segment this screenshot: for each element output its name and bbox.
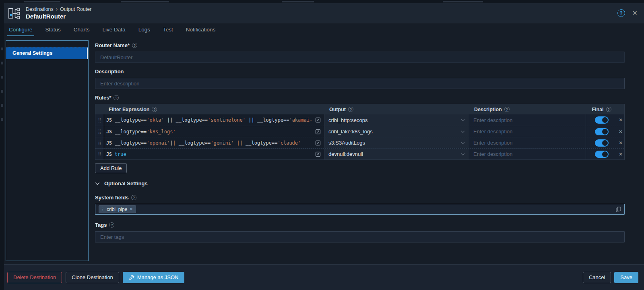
- router-name-input[interactable]: [95, 52, 625, 63]
- expand-expression-icon[interactable]: [315, 117, 321, 123]
- add-rule-button[interactable]: Add Rule: [95, 163, 127, 173]
- rule-row: ⣿JS__logtype=='k8s_logs'cribl_lake:k8s_l…: [95, 126, 624, 137]
- tab-test[interactable]: Test: [161, 23, 175, 36]
- description-help-icon[interactable]: ?: [504, 107, 510, 112]
- output-select[interactable]: cribl_lake:k8s_logs: [324, 126, 469, 137]
- remove-rule-icon[interactable]: ✕: [617, 149, 624, 160]
- final-toggle[interactable]: [595, 151, 609, 158]
- tab-charts[interactable]: Charts: [72, 23, 91, 36]
- help-icon[interactable]: ?: [617, 9, 625, 17]
- filter-expression-cell[interactable]: JStrue: [104, 149, 324, 160]
- delete-destination-button[interactable]: Delete Destination: [7, 272, 62, 283]
- tab-configure[interactable]: Configure: [7, 23, 34, 36]
- tags-input[interactable]: [95, 231, 625, 242]
- chevron-down-icon: [461, 142, 465, 144]
- copy-icon[interactable]: [616, 207, 621, 212]
- expand-expression-icon[interactable]: [315, 140, 321, 146]
- rule-description-cell: [469, 149, 586, 160]
- filter-expression-cell[interactable]: JS__logtype=='okta' || __logtype=='senti…: [104, 114, 324, 126]
- js-badge: JS: [104, 129, 115, 135]
- header-actions: ? ✕: [617, 9, 638, 17]
- row-drag-handle-icon[interactable]: ⣿: [95, 126, 104, 137]
- rule-description-cell: [469, 126, 586, 137]
- output-help-icon[interactable]: ?: [348, 107, 353, 112]
- row-drag-handle-icon[interactable]: ⣿: [95, 149, 104, 160]
- tags-help-icon[interactable]: ?: [109, 222, 114, 228]
- optional-settings-toggle[interactable]: Optional Settings: [95, 180, 625, 186]
- rules-rows: ⣿JS__logtype=='okta' || __logtype=='sent…: [95, 114, 624, 160]
- background-page-sliver-left: [0, 0, 4, 290]
- description-label: Description: [95, 68, 124, 75]
- description-input[interactable]: [95, 78, 625, 89]
- chip-remove-icon[interactable]: ✕: [129, 207, 133, 212]
- drawer-footer: Delete Destination Clone Destination Man…: [4, 264, 644, 290]
- tab-notifications[interactable]: Notifications: [184, 23, 217, 36]
- output-select[interactable]: cribl_http:secops: [324, 114, 469, 126]
- final-help-icon[interactable]: ?: [606, 107, 611, 112]
- chevron-down-icon: [461, 153, 465, 155]
- final-toggle[interactable]: [595, 139, 609, 147]
- final-cell: [586, 149, 617, 160]
- description-label-row: Description: [95, 68, 625, 75]
- rule-description-input[interactable]: [469, 114, 586, 126]
- save-button[interactable]: Save: [614, 272, 638, 283]
- filter-expression-cell[interactable]: JS__logtype=='k8s_logs': [104, 126, 324, 137]
- footer-right-actions: Cancel Save: [583, 272, 638, 283]
- wrench-icon: [129, 275, 134, 280]
- breadcrumb-output-router[interactable]: Output Router: [60, 6, 92, 12]
- rule-row: ⣿JStruedevnull:devnull✕: [95, 148, 624, 160]
- expand-expression-icon[interactable]: [315, 151, 321, 157]
- js-badge: JS: [104, 151, 115, 157]
- expression-code[interactable]: __logtype=='okta' || __logtype=='sentine…: [115, 117, 312, 123]
- tab-status[interactable]: Status: [44, 23, 62, 36]
- expression-code[interactable]: __logtype=='openai'|| __logtype=='gemini…: [115, 140, 312, 146]
- tab-logs[interactable]: Logs: [137, 23, 152, 36]
- remove-rule-icon[interactable]: ✕: [617, 114, 624, 126]
- row-drag-handle-icon[interactable]: ⣿: [95, 137, 104, 148]
- rule-description-input[interactable]: [469, 137, 586, 148]
- tab-live-data[interactable]: Live Data: [101, 23, 127, 36]
- toggle-knob: [602, 129, 608, 135]
- final-cell: [586, 137, 617, 148]
- system-fields-label: System fields: [95, 195, 129, 201]
- js-badge: JS: [104, 140, 115, 146]
- col-final: Final ?: [586, 104, 617, 114]
- toggle-knob: [602, 151, 608, 157]
- output-select[interactable]: devnull:devnull: [324, 149, 469, 160]
- close-icon[interactable]: ✕: [632, 10, 638, 17]
- expand-expression-icon[interactable]: [315, 129, 321, 135]
- final-toggle[interactable]: [595, 116, 609, 124]
- breadcrumb-destinations[interactable]: Destinations: [26, 6, 54, 12]
- col-filter-expression: Filter Expression ?: [104, 104, 324, 114]
- clone-destination-button[interactable]: Clone Destination: [66, 272, 119, 283]
- row-drag-handle-icon[interactable]: ⣿: [95, 114, 104, 126]
- remove-rule-icon[interactable]: ✕: [617, 126, 624, 137]
- col-remove: [617, 104, 624, 114]
- expression-code[interactable]: true: [115, 151, 312, 157]
- rule-description-input[interactable]: [469, 149, 586, 160]
- system-fields-input[interactable]: ⋮ cribl_pipe ✕: [95, 204, 625, 215]
- system-fields-help-icon[interactable]: ?: [131, 195, 136, 200]
- remove-rule-icon[interactable]: ✕: [617, 137, 624, 148]
- cancel-button[interactable]: Cancel: [583, 272, 611, 283]
- output-value: cribl_lake:k8s_logs: [328, 128, 373, 135]
- filter-expression-header-label: Filter Expression: [109, 107, 149, 112]
- final-cell: [586, 126, 617, 137]
- filter-expression-cell[interactable]: JS__logtype=='openai'|| __logtype=='gemi…: [104, 137, 324, 148]
- output-select[interactable]: s3:S3AuditLogs: [324, 137, 469, 148]
- expression-code[interactable]: __logtype=='k8s_logs': [115, 129, 312, 135]
- manage-as-json-button[interactable]: Manage as JSON: [123, 272, 185, 283]
- filter-expression-help-icon[interactable]: ?: [152, 107, 157, 112]
- router-name-help-icon[interactable]: ?: [132, 43, 137, 48]
- toggle-knob: [602, 140, 608, 146]
- rules-label: Rules*: [95, 95, 111, 101]
- drawer-header: Destinations › Output Router DefaultRout…: [4, 3, 644, 23]
- sidebar-item-general-settings[interactable]: General Settings: [6, 47, 88, 59]
- chip-drag-icon[interactable]: ⋮: [101, 207, 105, 211]
- tags-label-row: Tags ?: [95, 222, 625, 228]
- settings-nav-panel: General Settings: [6, 40, 89, 261]
- breadcrumb: Destinations › Output Router: [26, 6, 91, 12]
- rule-description-input[interactable]: [469, 126, 586, 137]
- final-toggle[interactable]: [595, 128, 609, 135]
- rules-help-icon[interactable]: ?: [114, 95, 119, 100]
